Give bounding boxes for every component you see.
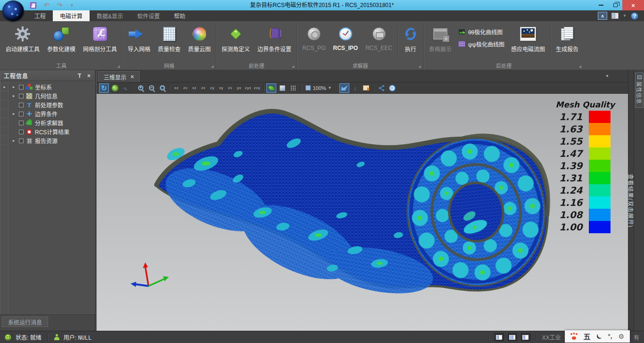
panel-close-icon[interactable]: × [87, 74, 91, 78]
points-render-button[interactable] [288, 83, 298, 93]
checkbox[interactable] [19, 103, 24, 107]
expander-icon[interactable]: ▸ [11, 139, 17, 143]
expander-icon[interactable]: ▸ [11, 112, 17, 116]
zoom-scale-control[interactable]: 100%▼ [303, 83, 334, 93]
rcs-ipo-button[interactable]: RCS_IPO [329, 23, 362, 52]
close-button[interactable]: × [622, 0, 644, 10]
collapse-ribbon-button[interactable]: ∧ [598, 12, 607, 20]
app-logo-icon[interactable] [2, 0, 24, 22]
layout-split-button[interactable] [508, 333, 517, 341]
expander-icon[interactable]: ▸ [11, 85, 17, 89]
tree-item-rcs-results[interactable]: RCS计算结果 [0, 127, 94, 136]
tree-item-report-resources[interactable]: ▸ 报告资源 [0, 136, 94, 145]
induction-current-map-button[interactable]: 感应电磁流图 [507, 23, 549, 54]
quality-check-button[interactable]: 质量检查 [154, 23, 184, 54]
zoom-in-button[interactable]: + [136, 83, 146, 93]
dialog-launcher-icon[interactable]: ◢ [579, 65, 581, 68]
psi-polarization-curve-button[interactable]: ψψ极化曲线图 [458, 40, 504, 48]
surface-render-button[interactable] [277, 83, 287, 93]
layout-caret-icon[interactable]: ▼ [623, 14, 627, 18]
section-tool-button[interactable] [339, 83, 349, 93]
export-image-button[interactable] [361, 83, 371, 93]
zoom-out-button[interactable]: − [147, 83, 157, 93]
tree-item-preprocess-params[interactable]: T 前处理参数 [0, 100, 94, 109]
system-messages-tab[interactable]: 系统运行消息 [2, 317, 48, 327]
tab-close-icon[interactable]: × [131, 74, 134, 80]
pin-icon[interactable] [77, 74, 82, 78]
axis-view-button[interactable]: zy [208, 83, 216, 93]
import-mesh-button[interactable]: 导入网格 [124, 23, 154, 54]
checkbox[interactable] [19, 85, 24, 90]
menu-tab-help[interactable]: 帮助 [167, 10, 192, 21]
tab-list-caret-icon[interactable]: ▼ [605, 74, 609, 78]
rcs-po-button[interactable]: RCS_PO [298, 23, 329, 52]
layout-bottom-panel-button[interactable] [521, 333, 530, 341]
report-pages-icon [561, 25, 573, 43]
viewport-3d[interactable]: Mesh Quality 1.711.631.551.471.391.311.2… [97, 94, 628, 331]
axis-view-button[interactable]: xz [190, 83, 198, 93]
checkbox[interactable] [19, 121, 24, 125]
zoom-fit-button[interactable]: □ [157, 83, 167, 93]
minimize-button[interactable] [594, 0, 608, 10]
checkbox[interactable] [19, 139, 24, 143]
mesh-partition-tool-button[interactable]: 网格剖分工具 [79, 23, 121, 54]
ime-punctuation-icon[interactable]: °, [608, 333, 612, 340]
tree-item-solver[interactable]: 分析求解器 [0, 118, 94, 127]
dialog-launcher-icon[interactable]: ◢ [292, 65, 294, 68]
tree-item-geometry-info[interactable]: ▸ 几何信息 [0, 91, 94, 100]
launch-modeler-button[interactable]: 启动建模工具 [2, 23, 43, 54]
checkbox[interactable] [19, 94, 24, 98]
properties-tab[interactable]: 属性信息 [635, 73, 644, 108]
window-layout-icon[interactable] [611, 13, 619, 19]
checkbox[interactable] [19, 112, 24, 116]
expander-icon[interactable]: ▸ [11, 94, 17, 98]
maximize-button[interactable] [608, 0, 622, 10]
ime-fullhalf-moon-icon[interactable] [597, 334, 602, 339]
menu-tab-data-display[interactable]: 数据&显示 [90, 10, 130, 21]
orbit-rotate-button[interactable]: ↻ [99, 83, 109, 93]
table-show-button[interactable]: 表格展示 [425, 23, 455, 54]
save-icon[interactable] [30, 2, 36, 8]
checkbox[interactable] [19, 130, 24, 134]
ime-mode-label[interactable]: 五 [584, 331, 591, 341]
boundary-setting-button[interactable]: 边界条件设置 [254, 23, 295, 54]
pan-button[interactable]: ↔ [121, 83, 131, 93]
axis-view-button[interactable]: zx [199, 83, 207, 93]
dialog-launcher-icon[interactable]: ◢ [117, 65, 120, 68]
help-button[interactable]: ? [631, 12, 638, 20]
quality-cloud-button[interactable]: 质量云图 [184, 23, 215, 54]
results-strip[interactable]: 查看结果(双击展开) [628, 70, 634, 331]
shaded-leaf-button[interactable] [266, 83, 276, 93]
menu-tab-em-compute[interactable]: 电磁计算 [53, 10, 90, 21]
redo-icon[interactable]: ↷ [57, 2, 63, 8]
generate-report-button[interactable]: 生成报告 [552, 23, 582, 54]
tab-3d-display[interactable]: 三维显示 × [98, 71, 140, 82]
share-view-button[interactable] [376, 83, 386, 93]
axis-view-button[interactable]: zxy [253, 83, 261, 93]
dialog-launcher-icon[interactable]: ◢ [211, 65, 214, 68]
axis-view-button[interactable]: zx [226, 83, 234, 93]
close-view-button[interactable]: × [387, 83, 397, 93]
execute-button[interactable]: 执行 [399, 23, 422, 54]
axis-view-button[interactable]: zx [182, 83, 190, 93]
rcs-eec-button[interactable]: RCS_EEC [362, 23, 396, 52]
tree-item-boundary-conditions[interactable]: ▸ ✛ 边界条件 [0, 109, 94, 118]
undo-icon[interactable]: ↶ [44, 2, 50, 8]
probe-angle-button[interactable]: 探测角定义 [218, 23, 254, 54]
ime-logo-icon[interactable] [570, 333, 578, 340]
tree-item-coordinate-system[interactable]: ▸▸ 坐标系 [0, 82, 94, 91]
axis-view-button[interactable]: yx [235, 83, 243, 93]
dialog-launcher-icon[interactable]: ◢ [418, 65, 421, 68]
quick-access-caret-icon[interactable]: ▼ [70, 3, 74, 8]
param-modeling-button[interactable]: 参数化建模 [43, 23, 79, 54]
theta-polarization-curve-button[interactable]: θθ极化曲线图 [458, 28, 504, 36]
axis-view-button[interactable]: zyx [244, 83, 252, 93]
axis-view-button[interactable]: xy [217, 83, 225, 93]
refresh-view-button[interactable]: ↻ [110, 83, 120, 93]
menu-tab-settings[interactable]: 软件设置 [130, 10, 167, 21]
import-view-button[interactable]: ↓ [350, 83, 360, 93]
axis-view-button[interactable]: xz [173, 83, 181, 93]
ime-settings-gear-icon[interactable]: ⚙ [618, 333, 624, 340]
menu-tab-project[interactable]: 工程 [27, 10, 53, 21]
layout-left-panel-button[interactable] [495, 333, 504, 341]
